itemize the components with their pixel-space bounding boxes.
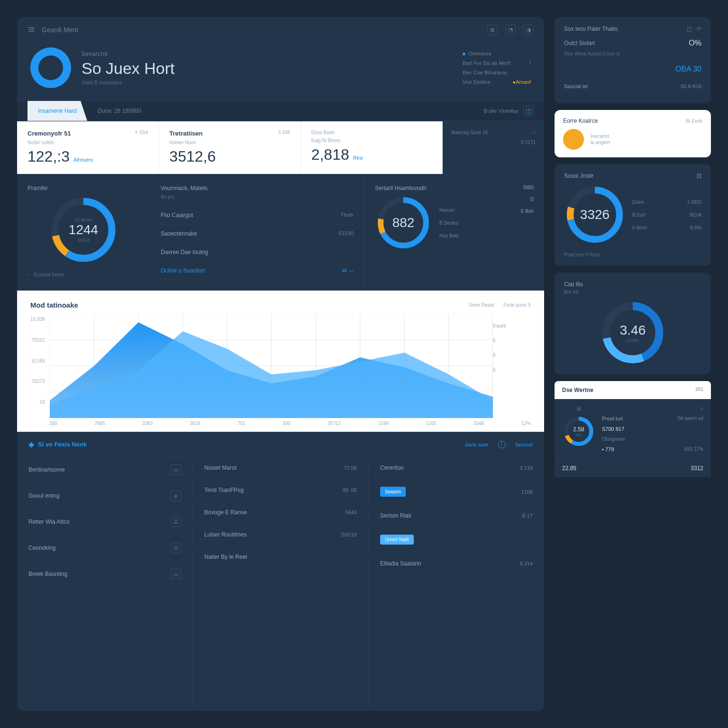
gauge-2: 882 <box>375 194 432 251</box>
gauge-1: 11 Bit 94 1244 31213 <box>48 194 119 265</box>
list-item[interactable]: Gooul entng◎ <box>17 482 192 509</box>
logo-donut-icon <box>30 47 71 88</box>
gauge-col-1: Pramfer 11 Bit 94 1244 31213 ○Ezsnive be… <box>17 174 150 291</box>
chart-x-axis: 2007065 20632618 701590 257111599 116533… <box>30 418 531 426</box>
app-title: Geardi Ment <box>42 26 78 34</box>
hero-label: Senarchit <box>82 51 175 57</box>
gauge-col-2: Voumnack, Matets Bo prs Fito CaairgotThu… <box>150 174 364 291</box>
section-bar: ◆ Si vo Fesls Nenk Javle auer i Seumst <box>17 432 544 456</box>
chart-legend: Inaark 5 8 5 <box>493 314 531 418</box>
pill-button[interactable]: Season <box>380 487 406 497</box>
search-icon[interactable]: ⌕ <box>701 406 703 411</box>
bottom-col-1: Benlinartsome▭ Gooul entng◎ Retter Wia A… <box>17 456 192 711</box>
side-icon-2[interactable]: ⟳ <box>697 26 701 32</box>
chart-title: Mod tatinoake <box>30 301 78 309</box>
side-icon-1[interactable]: ◫ <box>687 26 692 32</box>
hero-meta: Oremsore Bart For Sis aa MerflI Bier Coe… <box>463 51 531 85</box>
topbar-icon-3[interactable]: ◑ <box>523 25 534 35</box>
box-icon: ▭ <box>171 569 181 579</box>
bottom-col-3: Cerertton3 118 Season1108 Serbon RiakB.1… <box>368 456 544 711</box>
topbar-icon-1[interactable]: ⊞ <box>487 25 498 35</box>
side-gauge-2: Ciat 8is Bnr Irtt 3.46LICelA <box>555 273 711 374</box>
gauge-col-4: SI6D D E Brin <box>497 174 544 291</box>
page-title: So Juex Hort <box>82 59 175 78</box>
main-panel: Geardi Ment ⊞ ◔ ◑ Senarchit So Juex Hort… <box>17 17 544 711</box>
list-item[interactable]: Retter Wia Attco☰ <box>17 509 192 535</box>
tab-2[interactable]: Duce: 28 190600 <box>87 101 151 121</box>
gauge-row: Pramfer 11 Bit 94 1244 31213 ○Ezsnive be… <box>17 174 544 291</box>
grid-icon[interactable]: ⊞ <box>577 406 581 412</box>
tabs-grid-icon[interactable]: ◫ <box>523 106 534 116</box>
side-panel: Sox leco Paler Thatis ◫⟳ Outcl Sixtart O… <box>555 17 711 711</box>
tabs-right-label: B alle Vireelfuy <box>484 108 519 114</box>
chart-y-axis: 15,039 70151 51168 70273 19 <box>30 314 50 418</box>
gauge-col-3: Sertaril Hsamtovodh 882 Horcen B Svoles … <box>364 174 497 291</box>
side-gauge-1: Sosol Jnste⊡ 3326 Dotre1 0925 B EurtBCol… <box>555 164 711 266</box>
side-card-overview: Sox leco Paler Thatis ◫⟳ Outcl Sixtart O… <box>555 17 711 103</box>
expand-icon[interactable]: ⊡ <box>697 173 701 179</box>
stat-card-2: Tretratiisen3 168 Iminee Nues 3512,6 <box>159 121 300 174</box>
stat-card-1: Cremonyofr 51# 15nl Nurle/ culten 122,:3… <box>17 121 159 174</box>
clock-icon: ◷ <box>171 543 181 553</box>
stat-card-3: Doys Bsart Ealg N/ Birers 2,818Rtre <box>301 121 443 174</box>
topbar-icon-2[interactable]: ◔ <box>505 25 516 35</box>
box-icon: ▭ <box>171 464 181 475</box>
tab-active[interactable]: Insamene Hard <box>27 101 87 121</box>
pill-button[interactable]: Umert Nattl <box>380 535 414 545</box>
stat-row: Cremonyofr 51# 15nl Nurle/ culten 122,:3… <box>17 121 544 174</box>
hero-subtitle: Oatd B insanates <box>82 80 175 85</box>
area-chart <box>50 314 493 418</box>
chart-panel: Mod tatinoake Seee Reaat Forte purer 5 1… <box>17 291 544 432</box>
avatar <box>563 129 584 150</box>
mini-gauge: 2.5814S <box>562 415 595 448</box>
bottom-col-2: Noowt Marot72.08 Tend TsanFPog88: 00 Bov… <box>192 456 368 711</box>
tabs: Insamene Hard Duce: 28 190600 B alle Vir… <box>17 100 544 121</box>
info-icon[interactable]: i <box>498 441 506 448</box>
list-item[interactable]: Ceonoking◷ <box>17 535 192 561</box>
menu-icon[interactable] <box>27 26 35 35</box>
stat-card-meta: Nuercirp Scon 15○ 0 2171 <box>443 121 544 174</box>
list-item[interactable]: Breek Bounting▭ <box>17 561 192 587</box>
top-bar: Geardi Ment ⊞ ◔ ◑ <box>17 17 544 43</box>
side-card-profile: Eorre KoalrceBt Eenk Inecartet la angier… <box>555 110 711 157</box>
side-table-card: Dse Wertne 201 ⊞ 2.5814S ⌕ Preal lurtTet… <box>555 381 711 477</box>
bottom-grid: Benlinartsome▭ Gooul entng◎ Retter Wia A… <box>17 456 544 711</box>
list-item[interactable]: Benlinartsome▭ <box>17 456 192 482</box>
doc-icon: ☰ <box>171 517 181 527</box>
target-icon: ◎ <box>171 491 181 501</box>
hero: Senarchit So Juex Hort Oatd B insanates … <box>17 43 544 100</box>
